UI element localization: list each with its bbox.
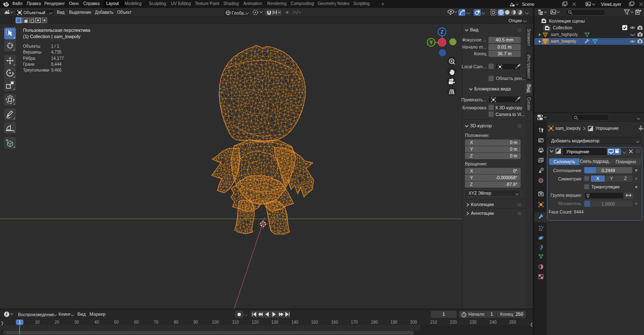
svg-text:Y: Y: [430, 40, 433, 45]
svg-text:Z: Z: [441, 30, 443, 34]
